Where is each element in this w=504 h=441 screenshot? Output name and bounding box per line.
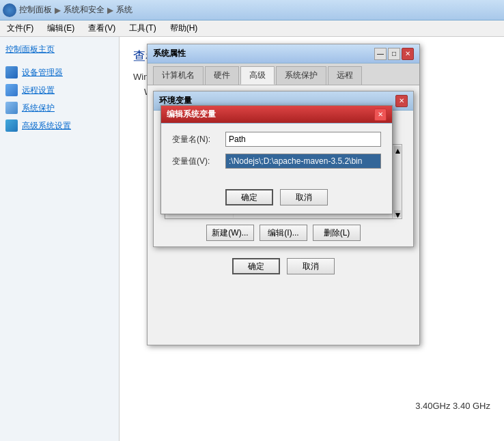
var-value-row: 变量值(V): [172, 154, 381, 169]
scroll-down-btn[interactable]: ▼ [394, 210, 401, 217]
tab-system-protect[interactable]: 系统保护 [276, 66, 326, 85]
edit-ok-btn[interactable]: 确定 [225, 189, 273, 205]
sysprop-ok-btn[interactable]: 确定 [232, 258, 280, 274]
sidebar-item-device[interactable]: 设备管理器 [5, 63, 113, 81]
breadcrumb-item-3[interactable]: 系统 [116, 4, 132, 16]
edit-var-btn[interactable]: 编辑(I)... [260, 225, 307, 241]
sysprop-content: 环境变量 ✕ 编辑系统变量 ✕ 变量名(N): [148, 85, 419, 345]
sysprop-maximize-btn[interactable]: □ [388, 48, 400, 60]
protect-icon [5, 102, 18, 114]
edit-buttons: 确定 取消 [161, 184, 392, 214]
sysprop-close-btn[interactable]: ✕ [402, 48, 414, 60]
edit-close-btn[interactable]: ✕ [374, 109, 387, 121]
edit-cancel-btn[interactable]: 取消 [280, 189, 328, 205]
edit-dialog: 编辑系统变量 ✕ 变量名(N): 变量值(V): [160, 105, 393, 214]
sidebar-item-protect[interactable]: 系统保护 [5, 99, 113, 117]
envvars-close-btn[interactable]: ✕ [395, 95, 408, 107]
app-logo [3, 3, 16, 17]
breadcrumb-sep-1: ▶ [55, 5, 61, 15]
remote-icon [5, 84, 18, 96]
edit-title-text: 编辑系统变量 [167, 109, 216, 120]
device-icon [5, 66, 18, 79]
var-value-label: 变量值(V): [172, 156, 220, 167]
title-bar: 控制面板 ▶ 系统和安全 ▶ 系统 [0, 0, 504, 20]
content-area: 查看有关计算机的基本信息 Windows 版本 Windows 7 旗舰版 系统… [120, 37, 504, 441]
var-name-label: 变量名(N): [172, 134, 220, 145]
tab-remote[interactable]: 远程 [328, 66, 362, 85]
sidebar-item-device-label: 设备管理器 [22, 67, 63, 79]
edit-body: 变量名(N): 变量值(V): [161, 124, 392, 184]
envvars-dialog: 环境变量 ✕ 编辑系统变量 ✕ 变量名(N): [153, 91, 414, 247]
breadcrumb-item-2[interactable]: 系统和安全 [64, 4, 104, 16]
sysprop-minimize-btn[interactable]: — [374, 48, 387, 60]
sysvars-scrollbar[interactable]: ▲ ▼ [392, 145, 402, 218]
sidebar-item-protect-label: 系统保护 [22, 102, 55, 114]
edit-title-bar: 编辑系统变量 ✕ [161, 106, 392, 124]
main-area: 控制面板主页 设备管理器 远程设置 系统保护 高级系统设置 查看有关计算机的基本… [0, 37, 504, 441]
menu-file[interactable]: 文件(F) [3, 21, 38, 35]
var-name-input[interactable] [225, 132, 381, 147]
tab-computer-name[interactable]: 计算机名 [153, 66, 204, 85]
sysprop-cancel-btn[interactable]: 取消 [287, 258, 335, 274]
scroll-up-btn[interactable]: ▲ [394, 146, 401, 153]
tabs-bar: 计算机名 硬件 高级 系统保护 远程 [148, 63, 419, 85]
processor-value: 3.40GHz 3.40 GHz [415, 401, 490, 411]
sysvars-buttons: 新建(W)... 编辑(I)... 删除(L) [154, 219, 413, 246]
delete-var-btn[interactable]: 删除(L) [313, 225, 361, 241]
breadcrumb-item-1[interactable]: 控制面板 [19, 4, 52, 16]
sysprop-title-text: 系统属性 [153, 48, 186, 59]
sidebar-item-advanced-label: 高级系统设置 [22, 120, 71, 132]
sysprop-title-bar: 系统属性 — □ ✕ [148, 44, 419, 63]
var-value-input[interactable] [225, 154, 381, 169]
advanced-icon [5, 119, 18, 132]
menu-help[interactable]: 帮助(H) [166, 21, 202, 35]
processor-info: 3.40GHz 3.40 GHz [415, 401, 490, 411]
sysprop-bottom-buttons: 确定 取消 [153, 253, 414, 283]
menu-bar: 文件(F) 编辑(E) 查看(V) 工具(T) 帮助(H) [0, 20, 504, 37]
menu-edit[interactable]: 编辑(E) [43, 21, 79, 35]
tab-hardware[interactable]: 硬件 [205, 66, 239, 85]
sysprop-dialog: 系统属性 — □ ✕ 计算机名 硬件 高级 系统保护 远程 [147, 44, 420, 345]
sidebar-item-advanced[interactable]: 高级系统设置 [5, 117, 113, 134]
new-var-btn[interactable]: 新建(W)... [206, 225, 254, 241]
tab-advanced[interactable]: 高级 [240, 66, 275, 85]
breadcrumb-sep-2: ▶ [107, 5, 113, 15]
sidebar: 控制面板主页 设备管理器 远程设置 系统保护 高级系统设置 [0, 37, 120, 441]
sidebar-home[interactable]: 控制面板主页 [5, 44, 113, 55]
var-name-row: 变量名(N): [172, 132, 381, 147]
breadcrumb: 控制面板 ▶ 系统和安全 ▶ 系统 [19, 4, 132, 16]
sidebar-item-remote[interactable]: 远程设置 [5, 81, 113, 99]
sidebar-item-remote-label: 远程设置 [22, 85, 55, 96]
menu-tools[interactable]: 工具(T) [125, 21, 160, 35]
menu-view[interactable]: 查看(V) [84, 21, 120, 35]
